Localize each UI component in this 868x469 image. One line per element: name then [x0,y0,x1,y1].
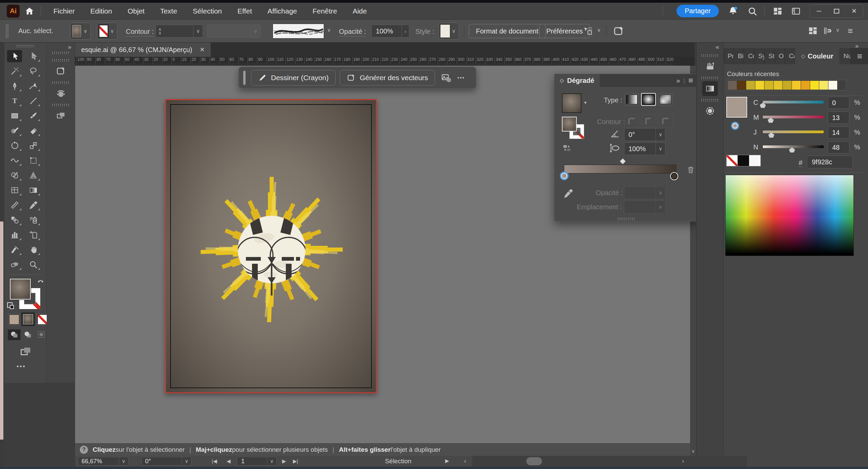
slider-thumb[interactable] [760,103,766,108]
eyedropper-icon[interactable] [563,188,573,198]
tool-free-transform[interactable] [26,154,41,166]
tool-rectangle[interactable] [7,110,22,122]
gradient-panel-tab[interactable]: ◇ Dégradé [554,74,600,87]
tool-rotate[interactable] [7,139,22,151]
panel-tab-bi[interactable]: Bi [734,48,744,64]
slider-thumb[interactable] [768,133,774,138]
caret-down-icon[interactable]: ▾ [584,100,587,105]
slider-value[interactable]: 0 [828,97,849,109]
chevron-down-icon[interactable]: ∨ [82,28,89,34]
tool-column-graph[interactable] [7,229,22,241]
search-icon[interactable] [747,6,757,16]
graphic-style-control[interactable]: ∨ [438,23,459,40]
swap-fill-stroke-icon[interactable] [37,279,44,286]
scroll-down-icon[interactable]: ∨ [690,448,696,454]
reshape-panel-icon[interactable] [53,86,69,101]
expand-dock-icon[interactable]: » [68,43,71,51]
sun-artwork[interactable] [170,148,373,351]
draw-normal-mode[interactable] [8,329,21,340]
zoom-level-dropdown[interactable]: 66,67% ∨ [78,457,129,466]
tool-shape-builder[interactable] [7,169,22,181]
recent-color-swatch[interactable] [737,81,746,90]
snap-options-icon[interactable] [823,26,833,36]
tool-perspective-grid[interactable] [26,169,41,181]
generate-vectors-button[interactable]: Générer des vecteurs [340,70,435,86]
panel-tab-st[interactable]: St [764,48,775,64]
taskbar-more-icon[interactable]: ••• [457,75,465,80]
document-tab[interactable]: esquie.ai @ 66,67 % (CMJN/Aperçu) ✕ [75,43,211,57]
workspace-grid-icon[interactable] [773,6,783,16]
tool-hand[interactable] [26,243,41,256]
prev-artboard-button[interactable]: ◀ [227,458,231,464]
stroke-color-control[interactable]: ∨ [97,23,117,40]
generate-vectors-panel-icon[interactable] [53,64,69,78]
fill-color-control[interactable]: ∨ [70,23,91,40]
menu-objet[interactable]: Objet [120,3,152,19]
panel-menu-icon[interactable]: ≡ [688,76,693,85]
tool-type[interactable]: T [7,95,22,107]
chevron-down-icon[interactable]: ∨ [656,128,665,141]
slider-value[interactable]: 14 [828,126,849,139]
menu-aide[interactable]: Aide [345,3,374,19]
dock-drag-handle[interactable] [701,76,719,79]
chevron-down-icon[interactable]: ∨ [834,27,841,33]
artboard-number-dropdown[interactable]: 1 ∨ [237,457,277,466]
gradient-stop-start[interactable] [560,171,569,180]
tool-mesh[interactable] [7,184,22,196]
freeform-gradient-button[interactable] [658,93,673,106]
panel-tab-overflow[interactable]: Nu [839,48,851,64]
slider-thumb[interactable] [768,118,774,123]
menu-fichier[interactable]: Fichier [46,3,83,19]
recent-color-swatch[interactable] [764,81,773,90]
width-profile-dropdown[interactable]: ∨ [207,25,260,38]
edit-toolbar-ellipsis[interactable]: ••• [17,363,26,370]
collapse-icon[interactable]: ◇ [801,53,805,59]
chevron-down-icon[interactable]: ∨ [193,25,203,37]
menu-texte[interactable]: Texte [152,3,185,19]
recent-color-swatch[interactable] [728,81,737,90]
gradient-fill-proxy[interactable] [562,117,577,132]
color-button[interactable] [8,314,20,325]
first-artboard-button[interactable]: |◀ [212,458,217,464]
panel-tab-o[interactable]: O [775,48,785,64]
hex-field[interactable]: 9f928c [807,156,853,168]
bell-icon[interactable] [728,6,738,17]
close-tab-icon[interactable]: ✕ [200,46,205,53]
dock-drag-handle[interactable] [51,81,70,84]
chevron-down-icon[interactable]: ∨ [595,27,602,33]
chevron-down-icon[interactable]: ∨ [119,457,128,465]
illustrator-logo[interactable]: Ai [7,5,20,18]
tool-slice[interactable] [7,243,22,256]
dock-drag-handle[interactable] [701,54,719,57]
recent-color-swatch[interactable] [783,81,792,90]
panel-tab-cc[interactable]: Cc [744,48,754,64]
dock-drag-handle[interactable] [51,59,70,62]
toolbar-drag-handle[interactable] [16,45,35,47]
style-swatch[interactable] [440,24,450,38]
dock-drag-handle[interactable] [701,99,719,101]
tool-pen[interactable] [7,80,22,92]
screen-mode-icon[interactable] [19,346,33,358]
menu-affichage[interactable]: Affichage [260,3,305,19]
document-setup-button[interactable]: Format de document [469,24,546,38]
stepper-down-icon[interactable]: ∨ [158,31,162,35]
tool-gradient[interactable] [26,184,41,196]
color-spectrum[interactable] [725,175,854,256]
recent-color-swatch[interactable] [746,81,755,90]
generative-icon[interactable] [613,25,624,37]
dock-drag-handle[interactable] [51,103,70,106]
help-icon[interactable]: ? [80,446,88,454]
gradient-aspect-value[interactable]: 100% [624,145,646,153]
chevron-down-icon[interactable]: ∨ [325,27,333,33]
opacity-value[interactable]: 100% [372,27,393,35]
tool-zoom[interactable] [26,258,41,271]
hex-value[interactable]: 9f928c [807,158,832,166]
horizontal-ruler[interactable]: 1009080706050403020100102030405060708090… [75,57,694,66]
draw-inside-mode[interactable] [35,329,48,340]
scroll-right-icon[interactable]: › [682,457,684,465]
slider-value[interactable]: 48 [828,141,849,154]
gradient-panel-header[interactable]: ◇ Dégradé » | ≡ [554,74,698,87]
last-artboard-button[interactable]: ▶| [293,458,298,464]
chevron-down-icon[interactable]: ∨ [182,457,191,465]
panel-resize-handle[interactable] [617,217,636,220]
